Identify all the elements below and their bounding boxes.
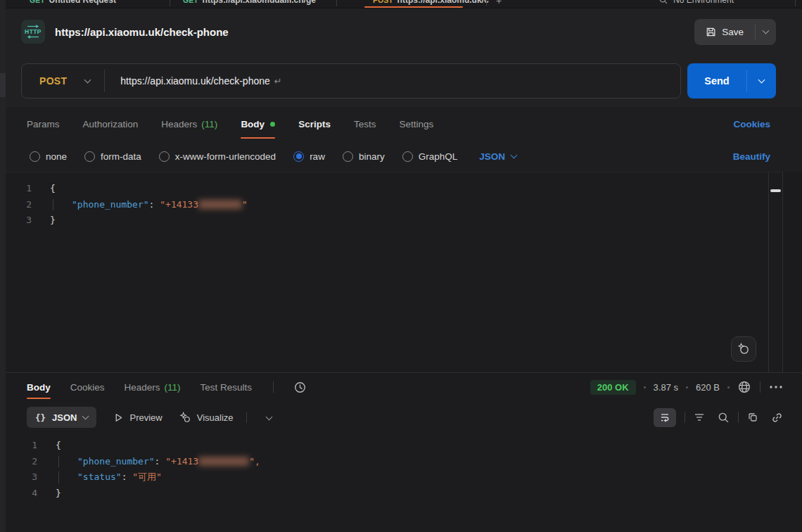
save-split-button: Save [694, 19, 776, 45]
code-text: "phone_number": "+1413", [56, 454, 260, 470]
cookies-link[interactable]: Cookies [733, 119, 770, 129]
postbot-button[interactable] [731, 336, 756, 362]
collapsed-sidebar[interactable] [0, 0, 6, 532]
request-tab-3-active[interactable]: POSThttps://api.xiaomu.uk/c [373, 0, 489, 5]
response-format-dropdown[interactable]: {} JSON [27, 407, 96, 428]
response-size[interactable]: 620 B [696, 382, 720, 393]
radio-binary[interactable]: binary [343, 151, 385, 162]
tab-scripts[interactable]: Scripts [298, 119, 331, 129]
method-badge: GET [30, 0, 45, 4]
scrollbar-thumb[interactable] [770, 189, 781, 192]
add-tab-button[interactable]: + [496, 0, 502, 6]
response-tab-body[interactable]: Body [27, 382, 51, 393]
link-icon [771, 412, 783, 424]
json-value: "可用" [132, 471, 162, 482]
copy-icon [747, 412, 758, 423]
response-body-editor[interactable]: 1 { 2 "phone_number": "+1413", 3 "status… [6, 433, 802, 532]
dot-separator [644, 386, 646, 388]
json-key: "phone_number" [72, 199, 149, 210]
status-badge[interactable]: 200 OK [590, 380, 636, 395]
tab-params[interactable]: Params [27, 119, 60, 129]
environment-selector[interactable]: No Environment [658, 0, 734, 5]
workspace-tab-strip: GETUntitled Request GEThttps://api.xiaom… [6, 0, 802, 8]
chevron-down-icon [84, 76, 91, 83]
code-text: { [56, 438, 61, 454]
raw-format-dropdown[interactable]: JSON [479, 151, 516, 162]
editor-scrollbar[interactable] [768, 172, 782, 372]
json-key: "phone_number" [77, 456, 155, 467]
response-tabs: Body Cookies Headers(11) Test Results 20… [6, 373, 802, 401]
tab-settings[interactable]: Settings [399, 119, 433, 129]
request-title: https://api.xiaomu.uk/check-phone [55, 26, 229, 38]
enter-hint: ↵ [274, 76, 282, 87]
history-clock-icon [293, 381, 307, 394]
chevron-down-icon [763, 27, 770, 34]
json-key: "status" [77, 471, 122, 482]
sidebar-handle[interactable] [0, 73, 6, 97]
radio-label: binary [359, 151, 385, 162]
format-label: JSON [52, 412, 77, 423]
json-value: " [242, 199, 248, 210]
copy-response-button[interactable] [747, 412, 758, 423]
filter-button[interactable] [694, 412, 705, 422]
tab-tests[interactable]: Tests [354, 119, 376, 129]
line-number: 2 [6, 454, 37, 470]
search-response-button[interactable] [718, 412, 730, 424]
link-button[interactable] [771, 412, 783, 424]
request-header: HTTP https://api.xiaomu.uk/check-phone S… [6, 8, 802, 55]
tab-label: Headers [161, 119, 197, 129]
radio-icon [159, 151, 170, 162]
more-actions-button[interactable] [769, 384, 783, 390]
method-selector[interactable]: POST [22, 75, 104, 87]
radio-label: x-www-form-urlencoded [175, 151, 276, 162]
response-panel: Body Cookies Headers(11) Test Results 20… [6, 372, 802, 532]
code-line: 2 "phone_number": "+1413", [6, 454, 802, 470]
response-tab-headers[interactable]: Headers(11) [125, 382, 181, 393]
response-tab-cookies[interactable]: Cookies [70, 382, 105, 393]
method-label: POST [39, 75, 67, 87]
radio-graphql[interactable]: GraphQL [402, 151, 458, 162]
divider [738, 412, 739, 423]
network-info-button[interactable] [737, 380, 751, 394]
indent-guide [58, 471, 59, 483]
preview-label: Preview [129, 412, 162, 423]
save-options-button[interactable] [756, 19, 776, 45]
radio-x-www-form-urlencoded[interactable]: x-www-form-urlencoded [159, 151, 276, 162]
view-options-button[interactable] [267, 412, 272, 423]
request-tabs: Params Authorization Headers(11) Body Sc… [6, 107, 802, 141]
ellipsis-icon [769, 384, 783, 390]
send-options-button[interactable] [747, 63, 776, 99]
radio-none[interactable]: none [30, 151, 67, 162]
method-badge: POST [373, 0, 393, 4]
beautify-link[interactable]: Beautify [733, 151, 770, 162]
play-icon [113, 412, 124, 423]
tab-headers[interactable]: Headers(11) [161, 119, 217, 129]
radio-raw-selected[interactable]: raw [293, 151, 325, 162]
save-button[interactable]: Save [694, 19, 755, 45]
code-line: 3 "status": "可用" [6, 469, 802, 486]
tab-body[interactable]: Body [241, 119, 275, 129]
request-tab-2[interactable]: GEThttps://api.xiaomudaili.cn/ge [183, 0, 316, 5]
line-number: 1 [6, 181, 32, 197]
response-time[interactable]: 3.87 s [654, 382, 678, 393]
environment-label: No Environment [673, 0, 734, 5]
history-button[interactable] [293, 381, 307, 394]
radio-label: GraphQL [419, 151, 458, 162]
request-body-editor[interactable]: 1 { 2 "phone_number": "+14133" 3 } [6, 172, 783, 372]
send-button[interactable]: Send [687, 63, 746, 99]
visualize-button[interactable]: Visualize [179, 412, 234, 424]
tab-divider [170, 0, 170, 6]
request-tab-1[interactable]: GETUntitled Request [30, 0, 116, 5]
format-label: JSON [479, 151, 505, 162]
url-input[interactable]: https://api.xiaomu.uk/check-phone ↵ [105, 75, 680, 87]
tab-authorization[interactable]: Authorization [83, 119, 139, 129]
indent-guide [58, 456, 59, 468]
wrap-text-button[interactable] [654, 408, 676, 427]
response-tab-test-results[interactable]: Test Results [200, 382, 253, 393]
radio-selected-icon [293, 151, 304, 162]
redacted-phone-digits [198, 200, 242, 209]
http-protocol-icon: HTTP [21, 20, 45, 44]
preview-button[interactable]: Preview [113, 412, 162, 423]
radio-form-data[interactable]: form-data [84, 151, 141, 162]
wrap-text-icon [659, 412, 670, 423]
